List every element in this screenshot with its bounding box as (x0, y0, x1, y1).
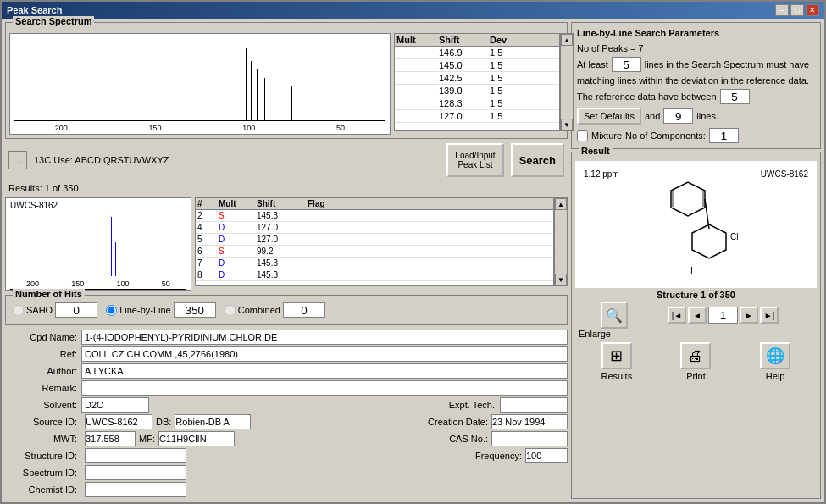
peak-table-body[interactable]: 146.91.5 145.01.5 142.51.5 (394, 47, 560, 131)
author-input[interactable] (81, 363, 568, 379)
scroll-up-btn[interactable]: ▲ (561, 34, 573, 46)
mixture-checkbox[interactable] (577, 130, 588, 141)
spectrum-id-input[interactable] (85, 465, 186, 480)
db-input[interactable] (175, 414, 251, 429)
col-shift: Shift (439, 35, 490, 45)
expt-tech-input[interactable] (500, 397, 568, 413)
result-group: Result 1.12 ppm UWCS-8162 I (571, 152, 821, 499)
enlarge-label: Enlarge (575, 329, 817, 339)
scroll-up-btn[interactable]: ▲ (555, 198, 567, 210)
source-id-label: Source ID: (5, 417, 81, 427)
line-by-line-value[interactable] (174, 302, 216, 318)
nav-first-button[interactable]: |◄ (668, 307, 686, 324)
nav-prev-button[interactable]: ◄ (688, 307, 707, 324)
table-row: 2S145.3 (196, 210, 553, 222)
result-table-scrollbar[interactable]: ▲ ▼ (554, 197, 568, 286)
source-id-input[interactable] (85, 414, 152, 429)
set-defaults-button[interactable]: Set Defaults (577, 108, 641, 125)
mwt-cas-row: MWT: MF: CAS No.: (5, 431, 568, 446)
chemist-id-row: Chemist ID: (5, 482, 568, 497)
spectrum-axis (14, 120, 385, 121)
at-least-row: At least lines in the Search Spectrum mu… (577, 57, 815, 72)
axis-labels: 200 150 100 50 (14, 124, 385, 132)
saho-radio-group: SAHO (13, 302, 97, 318)
at-least-label: At least (577, 59, 608, 69)
nav-last-button[interactable]: ►| (760, 307, 779, 324)
fields-area: Cpd Name: Ref: Author: Remark: (5, 328, 568, 499)
peak-table-content: Mult Shift Dev 146.91.5 145.01.5 (394, 33, 560, 131)
help-button[interactable]: 🌐 Help (750, 342, 801, 381)
ppm-label: 1.12 ppm (584, 169, 619, 179)
result-line-3 (115, 242, 116, 276)
result-table-header: # Mult Shift Flag (195, 197, 554, 210)
result-group-title: Result (579, 146, 613, 156)
minimize-button[interactable]: – (775, 4, 789, 16)
mixture-label: Mixture (591, 130, 622, 141)
and-label: and (645, 111, 660, 121)
ref-min-input[interactable] (720, 89, 750, 104)
dots-button[interactable]: ... (8, 151, 27, 169)
cas-no-input[interactable] (491, 431, 568, 446)
lines-label: lines. (696, 111, 718, 121)
col-mult: Mult (396, 35, 439, 45)
ref-data-row: The reference data have between (577, 89, 815, 104)
maximize-button[interactable]: □ (790, 4, 804, 16)
no-of-peaks: No of Peaks = 7 (577, 43, 815, 53)
ref-input[interactable] (81, 346, 568, 362)
svg-text:Cl: Cl (730, 232, 738, 241)
results-button[interactable]: ⊞ Results (591, 342, 642, 381)
combined-radio[interactable] (225, 305, 236, 316)
mwt-input[interactable] (85, 431, 136, 446)
svg-marker-0 (671, 182, 705, 216)
enlarge-icon: 🔍 (601, 302, 628, 329)
scroll-down-btn[interactable]: ▼ (555, 274, 567, 285)
ref-max-input[interactable] (663, 108, 693, 124)
combined-label: Combined (238, 305, 280, 315)
scroll-down-btn[interactable]: ▼ (561, 119, 573, 130)
result-table-body[interactable]: 2S145.3 4D127.0 5D127.0 6S99.2 (195, 210, 554, 286)
solvent-input[interactable] (81, 397, 149, 413)
col-dev: Dev (490, 35, 541, 45)
chemist-id-input[interactable] (85, 482, 186, 497)
remark-input[interactable] (81, 380, 568, 396)
svg-line-2 (705, 199, 709, 229)
axis-label-200: 200 (55, 124, 68, 132)
nav-area: Structure 1 of 350 🔍 |◄ ◄ ► ►| (575, 290, 817, 339)
creation-date-input[interactable] (491, 414, 568, 429)
table-row: 128.31.5 (395, 97, 559, 110)
table-row: 146.91.5 (395, 47, 559, 59)
line-by-line-radio[interactable] (106, 305, 117, 316)
main-content: Search Spectrum 200 150 (2, 19, 824, 502)
print-button[interactable]: 🖨 Print (670, 342, 721, 381)
info-bar: ... 13C Use: ABCD QRSTUVWXYZ Load/Input … (5, 141, 568, 179)
help-label: Help (766, 371, 785, 381)
solvent-expt-row: Solvent: Expt. Tech.: (5, 397, 568, 414)
db-label: DB: (156, 417, 171, 427)
help-icon: 🌐 (760, 342, 790, 369)
load-input-button[interactable]: Load/Input Peak List (446, 143, 503, 177)
table-row: 8D145.3 (196, 269, 553, 281)
frequency-input[interactable] (525, 448, 568, 463)
result-spectrum: UWCS-8162 200 150 100 50 (5, 197, 191, 291)
mf-input[interactable] (158, 431, 235, 446)
svg-text:I: I (690, 266, 693, 275)
at-least-input[interactable] (612, 57, 641, 72)
search-button[interactable]: Search (511, 143, 564, 177)
nav-current-input[interactable] (708, 307, 738, 324)
saho-radio[interactable] (13, 305, 24, 316)
results-label: Results (601, 371, 632, 381)
axis-label-150: 150 (149, 124, 162, 132)
cpd-name-input[interactable] (81, 330, 568, 345)
enlarge-area: 🔍 (601, 302, 628, 329)
nav-buttons: 🔍 |◄ ◄ ► ►| (575, 302, 817, 329)
remark-row: Remark: (5, 380, 568, 396)
nav-next-button[interactable]: ► (740, 307, 758, 324)
peak-table-scrollbar[interactable]: ▲ ▼ (560, 33, 574, 131)
table-row: 4D127.0 (196, 222, 553, 234)
no-of-components-input (709, 128, 739, 143)
structure-id-label: Structure ID: (5, 451, 81, 461)
close-button[interactable]: ✕ (806, 4, 819, 16)
mwt-label: MWT: (5, 434, 81, 444)
title-bar-buttons: – □ ✕ (775, 4, 819, 16)
structure-id-input[interactable] (85, 448, 186, 463)
